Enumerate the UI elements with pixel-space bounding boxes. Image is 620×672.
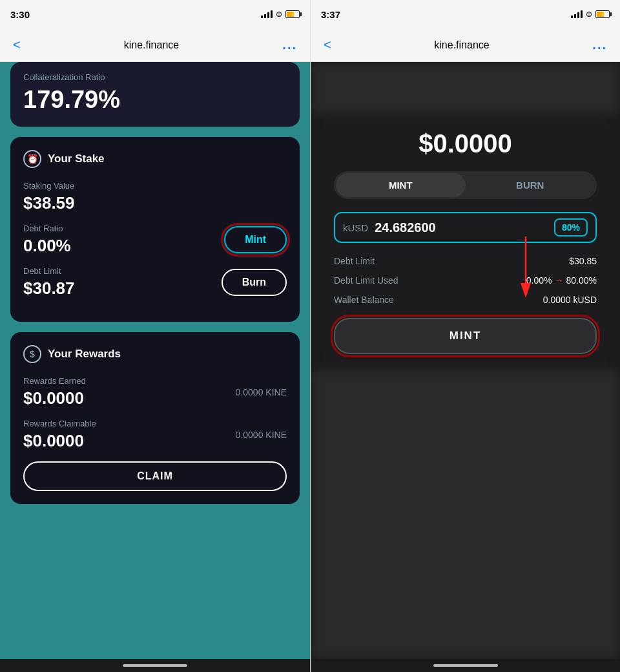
rewards-earned-label: Rewards Earned <box>23 376 86 386</box>
right-content-area: $0.0000 MINT BURN kUSD 80% Debt Limit $3… <box>311 62 620 659</box>
staking-value-label: Staking Value <box>23 181 75 191</box>
rewards-claimable-usd: $0.0000 <box>23 431 96 451</box>
rewards-header: $ Your Rewards <box>23 345 287 363</box>
kusd-input-row: kUSD 80% <box>334 212 597 243</box>
debt-limit-value: $30.87 <box>23 278 75 299</box>
left-browser-bar: < kine.finance ... <box>0 28 310 62</box>
rewards-claimable-kine: 0.0000 KINE <box>236 430 287 440</box>
svg-marker-1 <box>521 283 531 298</box>
rewards-earned-usd: $0.0000 <box>23 388 86 408</box>
right-browser-bar: < kine.finance ... <box>311 28 620 62</box>
right-back-button[interactable]: < <box>318 35 336 55</box>
debt-ratio-left: Debt Ratio 0.00% <box>23 224 71 256</box>
debt-used-to: 80.00% <box>566 275 597 286</box>
detail-debt-used-row: Debt Limit Used 0.00% → 80.00% <box>334 275 597 286</box>
debt-limit-left: Debt Limit $30.87 <box>23 266 75 299</box>
right-home-indicator <box>311 659 620 672</box>
debt-limit-row: Debt Limit $30.87 Burn <box>23 266 287 299</box>
rewards-earned-left: Rewards Earned $0.0000 <box>23 376 86 408</box>
mint-burn-toggle: MINT BURN <box>334 171 597 199</box>
stake-title: Your Stake <box>48 152 105 165</box>
signal-icon <box>261 10 273 18</box>
right-status-bar: 3:37 ⊜ ⚡ <box>311 0 620 28</box>
kusd-label: kUSD <box>343 222 368 233</box>
mint-button[interactable]: Mint <box>224 226 287 253</box>
right-more-button[interactable]: ... <box>587 35 612 55</box>
kusd-input[interactable] <box>375 220 548 235</box>
battery-icon: ⚡ <box>285 10 300 18</box>
right-phone-panel: 3:37 ⊜ ⚡ < kine.finance ... $0.0000 <box>310 0 620 672</box>
detail-wallet-balance-label: Wallet Balance <box>334 295 394 305</box>
rewards-claimable-row: Rewards Claimable $0.0000 0.0000 KINE <box>23 419 287 451</box>
stake-clock-icon: ⏰ <box>23 150 41 168</box>
detail-debt-used-label: Debt Limit Used <box>334 275 398 286</box>
staking-value: $38.59 <box>23 193 75 213</box>
debt-used-arrow: → <box>555 275 564 286</box>
blur-bottom <box>311 370 620 659</box>
rewards-earned-row: Rewards Earned $0.0000 0.0000 KINE <box>23 376 287 408</box>
percent-button[interactable]: 80% <box>554 218 588 236</box>
staking-value-left: Staking Value $38.59 <box>23 181 75 213</box>
left-more-button[interactable]: ... <box>277 35 302 55</box>
right-home-bar <box>433 664 498 667</box>
rewards-coin-icon: $ <box>23 345 41 363</box>
staking-value-row: Staking Value $38.59 <box>23 181 287 213</box>
wifi-icon: ⊜ <box>276 10 282 19</box>
debt-ratio-value: 0.00% <box>23 236 71 256</box>
right-status-icons: ⊜ ⚡ <box>571 10 610 19</box>
debt-ratio-row: Debt Ratio 0.00% Mint <box>23 224 287 256</box>
mint-tab[interactable]: MINT <box>336 173 466 197</box>
rewards-claimable-left: Rewards Claimable $0.0000 <box>23 419 96 451</box>
collat-label: Collateralization Ratio <box>23 72 287 82</box>
rewards-claimable-label: Rewards Claimable <box>23 419 96 428</box>
right-status-time: 3:37 <box>321 9 340 20</box>
blur-top <box>311 62 620 114</box>
detail-wallet-balance-value: 0.0000 kUSD <box>543 295 597 305</box>
detail-debt-limit-row: Debt Limit $30.85 <box>334 256 597 266</box>
detail-debt-limit-label: Debt Limit <box>334 256 375 266</box>
burn-button[interactable]: Burn <box>222 269 287 296</box>
debt-limit-label: Debt Limit <box>23 266 75 276</box>
claim-button[interactable]: CLAIM <box>23 461 287 491</box>
left-status-time: 3:30 <box>10 9 30 20</box>
mint-modal: $0.0000 MINT BURN kUSD 80% Debt Limit $3… <box>321 114 610 370</box>
left-back-button[interactable]: < <box>8 35 26 55</box>
collat-value: 179.79% <box>23 86 287 114</box>
left-content-area: Collateralization Ratio 179.79% ⏰ Your S… <box>0 62 310 659</box>
right-wifi-icon: ⊜ <box>586 10 592 19</box>
burn-tab[interactable]: BURN <box>466 173 595 197</box>
rewards-title: Your Rewards <box>48 348 121 361</box>
left-home-indicator <box>0 659 310 672</box>
mint-action-button[interactable]: MINT <box>334 318 597 354</box>
left-home-bar <box>123 664 187 667</box>
left-status-bar: 3:30 ⊜ ⚡ <box>0 0 310 28</box>
collateralization-card: Collateralization Ratio 179.79% <box>10 62 300 127</box>
detail-wallet-balance-row: Wallet Balance 0.0000 kUSD <box>334 295 597 305</box>
red-arrow-annotation <box>506 236 545 301</box>
modal-amount: $0.0000 <box>334 129 597 158</box>
left-phone-panel: 3:30 ⊜ ⚡ < kine.finance ... Collateraliz… <box>0 0 310 672</box>
detail-debt-limit-value: $30.85 <box>569 256 597 266</box>
rewards-card: $ Your Rewards Rewards Earned $0.0000 0.… <box>10 332 300 504</box>
stake-card: ⏰ Your Stake Staking Value $38.59 Debt R… <box>10 137 300 322</box>
left-browser-title: kine.finance <box>124 39 179 51</box>
right-signal-icon <box>571 10 583 18</box>
rewards-earned-kine: 0.0000 KINE <box>236 387 287 397</box>
left-status-icons: ⊜ ⚡ <box>261 10 300 19</box>
right-browser-title: kine.finance <box>434 39 489 51</box>
debt-ratio-label: Debt Ratio <box>23 224 71 233</box>
stake-header: ⏰ Your Stake <box>23 150 287 168</box>
right-battery-icon: ⚡ <box>595 10 610 18</box>
